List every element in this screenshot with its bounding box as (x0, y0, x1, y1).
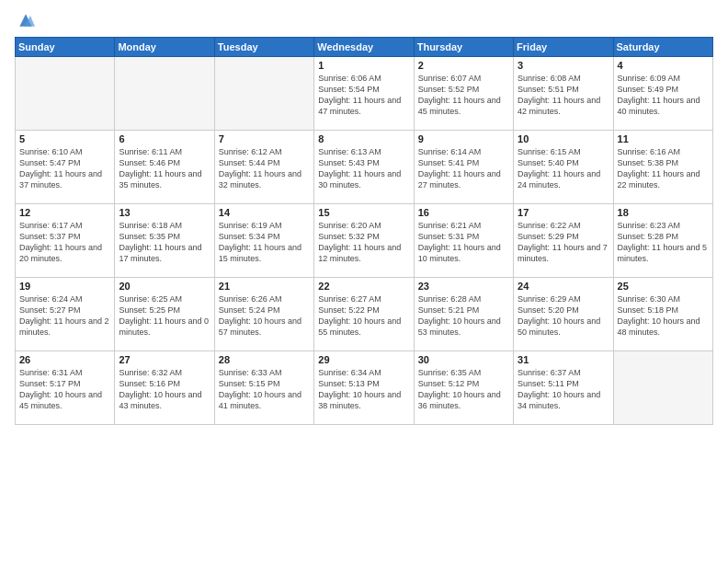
calendar-cell: 25Sunrise: 6:30 AMSunset: 5:18 PMDayligh… (613, 278, 712, 351)
calendar-cell: 26Sunrise: 6:31 AMSunset: 5:17 PMDayligh… (16, 351, 115, 425)
calendar-cell: 10Sunrise: 6:15 AMSunset: 5:40 PMDayligh… (514, 131, 613, 204)
calendar-week-row: 26Sunrise: 6:31 AMSunset: 5:17 PMDayligh… (16, 351, 713, 425)
day-number: 11 (618, 133, 709, 144)
day-info: Sunrise: 6:19 AMSunset: 5:34 PMDaylight:… (219, 220, 310, 265)
day-number: 13 (119, 207, 210, 218)
day-number: 22 (318, 281, 409, 292)
day-info: Sunrise: 6:21 AMSunset: 5:31 PMDaylight:… (418, 220, 509, 265)
calendar-cell: 18Sunrise: 6:23 AMSunset: 5:28 PMDayligh… (613, 204, 712, 278)
calendar-cell: 22Sunrise: 6:27 AMSunset: 5:22 PMDayligh… (314, 278, 414, 351)
day-info: Sunrise: 6:29 AMSunset: 5:20 PMDaylight:… (518, 293, 609, 339)
day-info: Sunrise: 6:34 AMSunset: 5:13 PMDaylight:… (318, 367, 409, 412)
day-info: Sunrise: 6:09 AMSunset: 5:49 PMDaylight:… (618, 73, 709, 118)
calendar-cell: 11Sunrise: 6:16 AMSunset: 5:38 PMDayligh… (613, 131, 712, 204)
calendar-cell: 16Sunrise: 6:21 AMSunset: 5:31 PMDayligh… (414, 204, 513, 278)
day-number: 16 (418, 207, 509, 218)
day-info: Sunrise: 6:32 AMSunset: 5:16 PMDaylight:… (119, 367, 210, 412)
calendar-header-row: SundayMondayTuesdayWednesdayThursdayFrid… (16, 38, 713, 57)
day-number: 8 (318, 133, 409, 144)
day-number: 21 (219, 281, 310, 292)
day-info: Sunrise: 6:33 AMSunset: 5:15 PMDaylight:… (219, 367, 310, 412)
day-number: 26 (19, 354, 110, 365)
calendar-header-saturday: Saturday (613, 38, 712, 57)
day-number: 20 (119, 281, 210, 292)
day-number: 3 (518, 60, 609, 71)
calendar-header-friday: Friday (514, 38, 613, 57)
logo (15, 11, 35, 29)
day-info: Sunrise: 6:06 AMSunset: 5:54 PMDaylight:… (318, 73, 409, 118)
day-number: 6 (119, 133, 210, 144)
day-info: Sunrise: 6:20 AMSunset: 5:32 PMDaylight:… (318, 220, 409, 265)
calendar-cell: 19Sunrise: 6:24 AMSunset: 5:27 PMDayligh… (16, 278, 115, 351)
calendar-header-tuesday: Tuesday (214, 38, 313, 57)
day-info: Sunrise: 6:10 AMSunset: 5:47 PMDaylight:… (19, 146, 110, 191)
header (15, 11, 713, 29)
day-info: Sunrise: 6:22 AMSunset: 5:29 PMDaylight:… (518, 220, 609, 265)
day-number: 15 (318, 207, 409, 218)
day-info: Sunrise: 6:24 AMSunset: 5:27 PMDaylight:… (19, 293, 110, 339)
day-number: 12 (19, 207, 110, 218)
calendar-cell: 24Sunrise: 6:29 AMSunset: 5:20 PMDayligh… (514, 278, 613, 351)
day-info: Sunrise: 6:14 AMSunset: 5:41 PMDaylight:… (418, 146, 509, 191)
day-info: Sunrise: 6:31 AMSunset: 5:17 PMDaylight:… (19, 367, 110, 412)
calendar-cell: 27Sunrise: 6:32 AMSunset: 5:16 PMDayligh… (115, 351, 214, 425)
calendar-cell: 9Sunrise: 6:14 AMSunset: 5:41 PMDaylight… (414, 131, 513, 204)
calendar-week-row: 12Sunrise: 6:17 AMSunset: 5:37 PMDayligh… (16, 204, 713, 278)
calendar-cell: 4Sunrise: 6:09 AMSunset: 5:49 PMDaylight… (613, 57, 712, 131)
calendar-cell: 29Sunrise: 6:34 AMSunset: 5:13 PMDayligh… (314, 351, 414, 425)
day-number: 30 (418, 354, 509, 365)
calendar-table: SundayMondayTuesdayWednesdayThursdayFrid… (15, 37, 713, 425)
calendar-week-row: 19Sunrise: 6:24 AMSunset: 5:27 PMDayligh… (16, 278, 713, 351)
calendar-cell: 13Sunrise: 6:18 AMSunset: 5:35 PMDayligh… (115, 204, 214, 278)
day-number: 9 (418, 133, 509, 144)
day-number: 5 (19, 133, 110, 144)
day-number: 14 (219, 207, 310, 218)
calendar-header-thursday: Thursday (414, 38, 513, 57)
calendar-header-wednesday: Wednesday (314, 38, 414, 57)
calendar-cell: 31Sunrise: 6:37 AMSunset: 5:11 PMDayligh… (514, 351, 613, 425)
day-info: Sunrise: 6:18 AMSunset: 5:35 PMDaylight:… (119, 220, 210, 265)
day-number: 18 (618, 207, 709, 218)
calendar-cell: 3Sunrise: 6:08 AMSunset: 5:51 PMDaylight… (514, 57, 613, 131)
day-number: 2 (418, 60, 509, 71)
calendar-cell: 8Sunrise: 6:13 AMSunset: 5:43 PMDaylight… (314, 131, 414, 204)
day-info: Sunrise: 6:37 AMSunset: 5:11 PMDaylight:… (518, 367, 609, 412)
day-info: Sunrise: 6:07 AMSunset: 5:52 PMDaylight:… (418, 73, 509, 118)
calendar-cell: 17Sunrise: 6:22 AMSunset: 5:29 PMDayligh… (514, 204, 613, 278)
logo-icon (17, 11, 35, 29)
calendar-cell: 7Sunrise: 6:12 AMSunset: 5:44 PMDaylight… (214, 131, 313, 204)
day-info: Sunrise: 6:27 AMSunset: 5:22 PMDaylight:… (318, 293, 409, 339)
day-number: 23 (418, 281, 509, 292)
day-info: Sunrise: 6:13 AMSunset: 5:43 PMDaylight:… (318, 146, 409, 191)
day-info: Sunrise: 6:30 AMSunset: 5:18 PMDaylight:… (618, 293, 709, 339)
day-info: Sunrise: 6:17 AMSunset: 5:37 PMDaylight:… (19, 220, 110, 265)
calendar-cell: 21Sunrise: 6:26 AMSunset: 5:24 PMDayligh… (214, 278, 313, 351)
day-number: 28 (219, 354, 310, 365)
day-info: Sunrise: 6:28 AMSunset: 5:21 PMDaylight:… (418, 293, 509, 339)
calendar-cell (16, 57, 115, 131)
day-info: Sunrise: 6:16 AMSunset: 5:38 PMDaylight:… (618, 146, 709, 191)
day-info: Sunrise: 6:15 AMSunset: 5:40 PMDaylight:… (518, 146, 609, 191)
calendar-cell: 20Sunrise: 6:25 AMSunset: 5:25 PMDayligh… (115, 278, 214, 351)
calendar-cell (613, 351, 712, 425)
calendar-header-monday: Monday (115, 38, 214, 57)
calendar-cell: 2Sunrise: 6:07 AMSunset: 5:52 PMDaylight… (414, 57, 513, 131)
calendar-page: SundayMondayTuesdayWednesdayThursdayFrid… (0, 0, 728, 563)
calendar-week-row: 5Sunrise: 6:10 AMSunset: 5:47 PMDaylight… (16, 131, 713, 204)
day-number: 27 (119, 354, 210, 365)
day-number: 31 (518, 354, 609, 365)
calendar-cell: 1Sunrise: 6:06 AMSunset: 5:54 PMDaylight… (314, 57, 414, 131)
day-info: Sunrise: 6:25 AMSunset: 5:25 PMDaylight:… (119, 293, 210, 339)
calendar-week-row: 1Sunrise: 6:06 AMSunset: 5:54 PMDaylight… (16, 57, 713, 131)
day-info: Sunrise: 6:23 AMSunset: 5:28 PMDaylight:… (618, 220, 709, 265)
day-number: 7 (219, 133, 310, 144)
day-info: Sunrise: 6:08 AMSunset: 5:51 PMDaylight:… (518, 73, 609, 118)
day-number: 24 (518, 281, 609, 292)
day-info: Sunrise: 6:11 AMSunset: 5:46 PMDaylight:… (119, 146, 210, 191)
day-info: Sunrise: 6:35 AMSunset: 5:12 PMDaylight:… (418, 367, 509, 412)
day-number: 19 (19, 281, 110, 292)
day-number: 1 (318, 60, 409, 71)
calendar-cell (115, 57, 214, 131)
calendar-cell: 6Sunrise: 6:11 AMSunset: 5:46 PMDaylight… (115, 131, 214, 204)
calendar-cell: 5Sunrise: 6:10 AMSunset: 5:47 PMDaylight… (16, 131, 115, 204)
